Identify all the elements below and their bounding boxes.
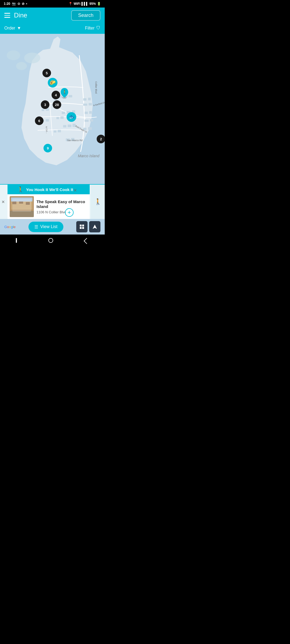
svg-marker-51 — [14, 199, 16, 202]
filter-button[interactable]: Filter ⛉ — [85, 26, 100, 31]
record-icon: ⊙ — [17, 2, 20, 6]
fish-icon-marker[interactable]: 🐟 — [67, 112, 76, 122]
banner-hiker-icon: 🚶 — [17, 186, 24, 193]
svg-rect-50 — [26, 202, 30, 205]
hiker-pin-marker[interactable]: 🚶 — [60, 87, 69, 100]
svg-rect-27 — [89, 103, 92, 105]
marker-28[interactable]: 28 — [53, 100, 61, 109]
dnd-icon: ⊘ — [22, 2, 24, 6]
card-close-right-button[interactable]: × — [74, 187, 77, 193]
time: 1:20 — [4, 2, 10, 6]
location-icon: 📍 — [68, 2, 73, 6]
svg-rect-14 — [56, 117, 59, 119]
card-banner[interactable]: 🚶 You Hook It We'll Cook It × — [8, 185, 90, 194]
camera-icon: 📷 — [12, 2, 16, 6]
svg-rect-15 — [60, 116, 64, 119]
card-add-button[interactable]: + — [65, 208, 74, 217]
view-list-label: View List — [40, 224, 57, 229]
svg-rect-49 — [19, 201, 23, 204]
svg-point-4 — [24, 53, 40, 63]
svg-rect-48 — [12, 202, 16, 204]
card-side-panel: 🚶 — [91, 185, 105, 219]
back-button[interactable] — [84, 238, 90, 244]
taco-icon-marker[interactable]: 🌮 — [48, 78, 57, 87]
svg-text:Marco Island: Marco Island — [78, 154, 100, 158]
header-left: Dine — [4, 12, 27, 19]
svg-rect-28 — [85, 112, 88, 114]
svg-rect-56 — [80, 225, 82, 226]
filter-label: Filter — [85, 26, 95, 31]
home-button[interactable] — [48, 238, 53, 243]
card-side-hiker-icon: 🚶 — [94, 198, 102, 205]
svg-text:San Marco Rd: San Marco Rd — [67, 139, 83, 142]
banner-title: You Hook It We'll Cook It — [26, 187, 73, 192]
card-close-left-button[interactable]: × — [2, 199, 5, 205]
svg-marker-60 — [93, 225, 97, 229]
svg-rect-54 — [11, 197, 32, 202]
svg-rect-20 — [54, 130, 56, 133]
svg-rect-55 — [10, 211, 34, 217]
bottom-toolbar: Google ☰ View List — [0, 219, 105, 235]
svg-rect-11 — [62, 112, 65, 114]
marker-5[interactable]: 5 — [42, 69, 51, 77]
svg-rect-47 — [11, 197, 32, 210]
svg-rect-57 — [82, 225, 84, 226]
restaurant-address: 1106 N Collier Blvd — [37, 210, 88, 214]
svg-rect-30 — [85, 120, 89, 122]
svg-rect-25 — [88, 98, 91, 100]
marker-3[interactable]: 3 — [41, 100, 49, 109]
app-header: Dine Search — [0, 8, 105, 23]
system-nav — [0, 235, 105, 246]
svg-point-5 — [16, 62, 27, 70]
svg-rect-9 — [68, 95, 72, 97]
svg-point-6 — [7, 50, 20, 60]
svg-text:🚶: 🚶 — [62, 90, 67, 94]
status-bar: 1:20 📷 ⊙ ⊘ • 📍 WiFi ▌▌▌ 95% 🔋 — [0, 0, 105, 8]
marker-9[interactable]: 9 — [44, 144, 52, 152]
map-container[interactable]: Collier Blvd N Barfield Dr Bald Eagle Dr… — [0, 34, 105, 184]
marker-2[interactable]: 2 — [97, 135, 105, 143]
marker-6[interactable]: 6 — [35, 116, 44, 125]
svg-rect-24 — [83, 98, 86, 101]
order-label: Order — [4, 26, 15, 31]
toolbar: Order ▼ Filter ⛉ — [0, 23, 105, 34]
dot-icon: • — [26, 2, 27, 6]
app-title: Dine — [14, 12, 27, 19]
map-controls — [76, 221, 100, 232]
card-strip: × 🚶 You Hook It We'll Cook It × — [0, 184, 105, 219]
svg-rect-29 — [89, 111, 92, 114]
svg-rect-18 — [68, 125, 71, 127]
svg-rect-17 — [63, 125, 66, 127]
search-button[interactable]: Search — [71, 10, 100, 21]
filter-icon: ⛉ — [96, 26, 100, 31]
card-left-area: × — [0, 185, 8, 219]
order-button[interactable]: Order ▼ — [4, 26, 21, 31]
recent-apps-button[interactable] — [16, 238, 17, 243]
map-view-button[interactable] — [76, 221, 88, 232]
svg-rect-26 — [83, 104, 87, 106]
svg-rect-33 — [88, 127, 92, 130]
restaurant-info: The Speak Easy of Marco Island 1106 N Co… — [37, 199, 88, 214]
svg-marker-53 — [28, 199, 30, 202]
google-logo: Google — [4, 225, 16, 229]
svg-rect-37 — [46, 119, 49, 122]
restaurant-image — [10, 196, 34, 217]
marker-4[interactable]: 4 — [52, 91, 60, 99]
card-content: The Speak Easy of Marco Island 1106 N Co… — [8, 194, 90, 219]
signal-icon: ▌▌▌ — [81, 2, 88, 6]
navigate-button[interactable] — [89, 221, 100, 232]
battery-level: 95% — [89, 2, 96, 6]
svg-text:Collier Blvd: Collier Blvd — [95, 81, 97, 94]
battery-icon: 🔋 — [97, 2, 101, 6]
hamburger-menu[interactable] — [4, 13, 10, 18]
svg-rect-58 — [80, 227, 82, 229]
status-right: 📍 WiFi ▌▌▌ 95% 🔋 — [68, 2, 101, 6]
wifi-icon: WiFi — [74, 2, 80, 6]
svg-rect-59 — [82, 227, 84, 229]
restaurant-name: The Speak Easy of Marco Island — [37, 199, 88, 209]
svg-rect-21 — [58, 130, 61, 132]
svg-marker-52 — [21, 198, 23, 201]
status-left: 1:20 📷 ⊙ ⊘ • — [4, 2, 27, 6]
view-list-button[interactable]: ☰ View List — [28, 222, 63, 232]
svg-rect-34 — [42, 109, 44, 111]
